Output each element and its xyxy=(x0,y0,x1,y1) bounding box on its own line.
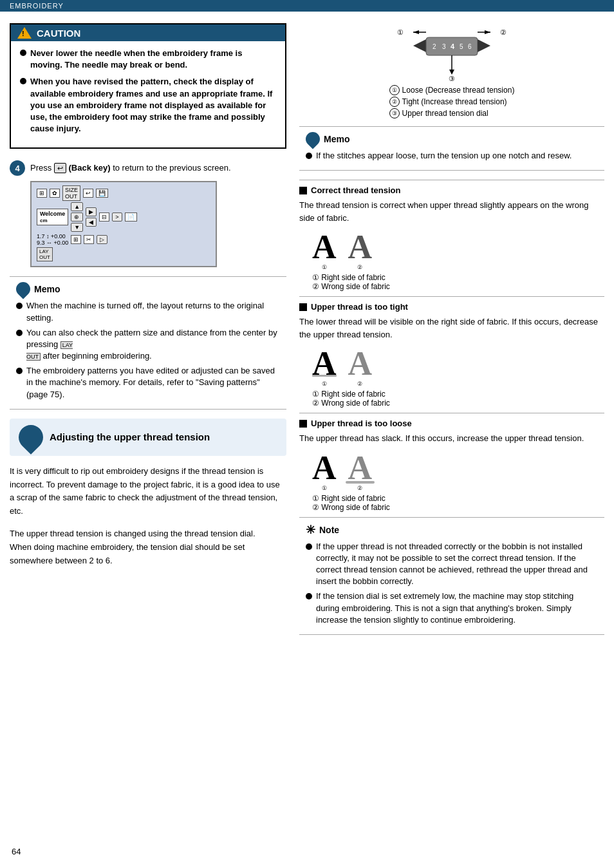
bullet-icon-2 xyxy=(20,78,26,84)
letter-correct-1: A ① xyxy=(312,231,337,270)
caution-header: CAUTION xyxy=(11,24,285,41)
screen-btn-up[interactable]: ▲ xyxy=(71,202,83,211)
top-bar: EMBROIDERY xyxy=(0,0,614,12)
correct-tension-title: Correct thread tension xyxy=(311,185,400,195)
dial-num-4: 4 xyxy=(451,42,455,50)
screen-row-3: 1.7 ↕ +0.009.3 ↔ +0.00 ⊞ ✂ ▷ xyxy=(37,233,210,246)
caution-triangle-icon xyxy=(17,27,32,39)
adjusting-body-2: The upper thread tension is changed usin… xyxy=(10,527,286,567)
letter-A-tight-container: A xyxy=(312,347,337,381)
correct-tension-side-labels: ① Right side of fabric ② Wrong side of f… xyxy=(312,273,604,291)
too-tight-diagram: A ① A ② xyxy=(312,347,604,387)
correct-label-2: ② Wrong side of fabric xyxy=(312,282,604,291)
page-number: 64 xyxy=(12,847,21,856)
caution-item-1: Never lower the needle when the embroide… xyxy=(20,48,276,71)
dial-num-2: ② xyxy=(500,28,507,36)
letter-A-tight-2: A xyxy=(348,347,373,381)
memo-leaf-icon-left xyxy=(13,279,33,299)
caution-box: CAUTION Never lower the needle when the … xyxy=(10,23,286,149)
screen-icon-back: ↩ xyxy=(83,189,93,198)
letter-correct-2: A ② xyxy=(348,231,373,270)
too-loose-body: The upper thread has slack. If this occu… xyxy=(299,432,604,445)
note-bullet-2 xyxy=(306,593,312,599)
right-arrow-icon xyxy=(478,39,490,52)
screen-mockup: ⊞ ✿ SIZEOUT ↩ 💾 Welcomecm ▲ ⊕ ▼ xyxy=(30,181,217,267)
correct-tension-body: The thread tension is correct when upper… xyxy=(299,199,604,224)
dial-circled-3: ③ xyxy=(389,108,400,118)
screen-icon-frame: ⊟ xyxy=(99,212,109,222)
dial-circled-1: ① xyxy=(389,85,400,95)
memo-leaf-icon-right xyxy=(302,129,322,149)
square-icon-3 xyxy=(299,420,307,428)
dial-label-text-3: Upper thread tension dial xyxy=(402,109,488,118)
tension-dial-area: ① ② 2 3 4 5 6 ③ xyxy=(299,23,604,120)
screen-lay-btn: LAYOUT xyxy=(37,247,53,261)
screen-icon-memory: 📄 xyxy=(125,212,137,222)
dial-label-text-2: Tight (Increase thread tension) xyxy=(402,97,507,106)
letter-tight-2: A ② xyxy=(348,347,373,387)
note-text-2: If the tension dial is set extremely low… xyxy=(316,590,598,626)
screen-btn-center[interactable]: ⊕ xyxy=(71,212,83,222)
dial-circled-2: ② xyxy=(389,97,400,107)
memo-header-left: Memo xyxy=(16,282,280,296)
screen-icon-settings: ✿ xyxy=(50,189,60,198)
letter-loose-1: A ① xyxy=(312,451,337,491)
square-icon-1 xyxy=(299,187,307,194)
memo-text-left-3: The embroidery patterns you have edited … xyxy=(26,365,280,401)
tension-dial-svg: ① ② 2 3 4 5 6 ③ xyxy=(381,23,523,81)
bullet-icon-1 xyxy=(20,50,26,56)
screen-btn-play[interactable]: ▷ xyxy=(97,235,107,244)
note-item-1: If the upper thread is not threaded corr… xyxy=(306,541,598,588)
screen-row-1: ⊞ ✿ SIZEOUT ↩ 💾 xyxy=(37,185,210,201)
screen-icon-layout: ⊞ xyxy=(37,189,47,198)
screen-btn-left[interactable]: ◀ xyxy=(86,218,97,227)
right-column: ① ② 2 3 4 5 6 ③ xyxy=(299,23,604,644)
screen-arrow-btns: ▶ ◀ xyxy=(86,207,97,227)
step-4-row: 4 Press ↩ (Back key) to return to the pr… xyxy=(10,160,286,176)
memo-box-left: Memo When the machine is turned off, the… xyxy=(10,276,286,410)
memo-text-left-2: You can also check the pattern size and … xyxy=(26,327,280,363)
screen-btn-down[interactable]: ▼ xyxy=(71,223,83,232)
adjusting-body-1: It is very difficult to rip out embroide… xyxy=(10,465,286,518)
screen-btn-right[interactable]: ▶ xyxy=(86,207,97,216)
note-bullet-1 xyxy=(306,543,312,550)
note-snowflake-icon: ✳ xyxy=(306,523,315,537)
content-area: CAUTION Never lower the needle when the … xyxy=(0,12,614,654)
dial-label-3: ③ Upper thread tension dial xyxy=(389,108,515,118)
step-4-circle: 4 xyxy=(10,160,25,176)
too-loose-header: Upper thread is too loose xyxy=(299,419,604,428)
memo-bullet-right xyxy=(306,153,312,159)
dial-num-1: ① xyxy=(397,28,404,36)
screen-icon-save: 💾 xyxy=(96,189,108,198)
memo-box-right: Memo If the stitches appear loose, turn … xyxy=(299,126,604,171)
screen-welcome-text: Welcomecm xyxy=(37,209,68,225)
adjusting-title: Adjusting the upper thread tension xyxy=(50,431,210,442)
note-box: ✳ Note If the upper thread is not thread… xyxy=(299,517,604,635)
screen-icon-scissors: ✂ xyxy=(84,235,94,244)
caution-text-2: When you have revised the pattern, check… xyxy=(30,76,276,135)
square-icon-2 xyxy=(299,303,307,311)
adjusting-leaf-icon xyxy=(14,420,48,455)
dial-label-2: ② Tight (Increase thread tension) xyxy=(389,97,515,107)
note-text-1: If the upper thread is not threaded corr… xyxy=(316,541,598,588)
caution-title: CAUTION xyxy=(37,28,80,39)
correct-label-1: ① Right side of fabric xyxy=(312,273,604,282)
screen-btn-gt[interactable]: > xyxy=(112,212,122,222)
memo-item-left-2: You can also check the pattern size and … xyxy=(16,327,280,363)
step-4-text: Press ↩ (Back key) to return to the prev… xyxy=(30,160,231,175)
memo-text-right: If the stitches appear loose, turn the t… xyxy=(316,150,572,162)
memo-item-left-3: The embroidery patterns you have edited … xyxy=(16,365,280,401)
letter-A-correct: A xyxy=(312,231,337,264)
correct-tension-header: Correct thread tension xyxy=(299,185,604,195)
memo-item-right: If the stitches appear loose, turn the t… xyxy=(306,150,598,162)
dial-pointer-arrow xyxy=(449,70,454,75)
dial-num-high: 6 xyxy=(468,43,472,50)
screen-nav-btns: ▲ ⊕ ▼ xyxy=(71,202,83,232)
screen-row-welcome: Welcomecm ▲ ⊕ ▼ ▶ ◀ ⊟ > 📄 xyxy=(37,202,210,232)
caution-text-1: Never lower the needle when the embroide… xyxy=(30,48,276,71)
memo-bullet-1 xyxy=(16,303,23,309)
loose-label-2: ② Wrong side of fabric xyxy=(312,503,604,512)
left-column: CAUTION Never lower the needle when the … xyxy=(10,23,286,644)
memo-item-left-1: When the machine is turned off, the layo… xyxy=(16,300,280,323)
too-loose-title: Upper thread is too loose xyxy=(311,419,412,428)
